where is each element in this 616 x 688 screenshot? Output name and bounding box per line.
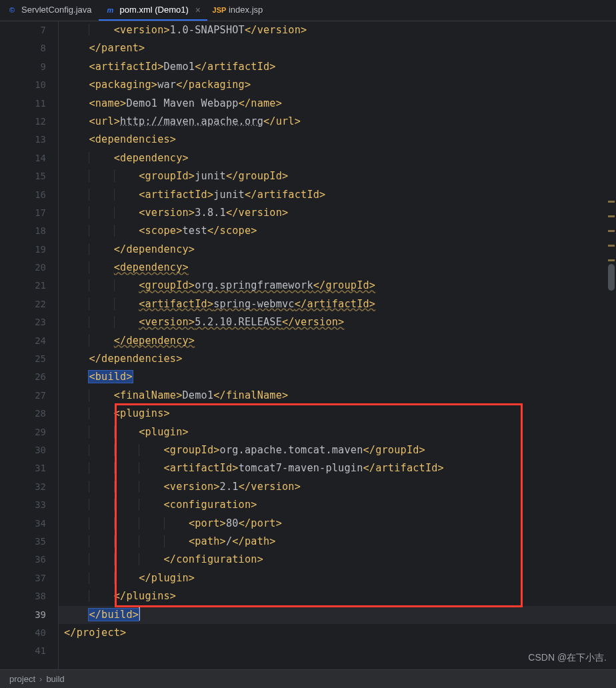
line-number: 7 [0,21,46,39]
line-number: 8 [0,39,46,57]
line-number-gutter: 7891011121314151617181920212223242526272… [0,21,59,669]
code-line[interactable]: <groupId>org.springframework</groupId> [64,277,616,295]
code-line[interactable]: </dependencies> [64,350,616,368]
jsp-icon: JSP [214,5,225,15]
tab-label: pom.xml (Demo1) [120,5,189,15]
scroll-marker[interactable] [608,230,615,232]
line-number: 26 [0,368,46,386]
line-number: 9 [0,58,46,76]
code-line[interactable]: <configuration> [64,496,616,514]
line-number: 33 [0,496,46,514]
code-line[interactable]: </configuration> [64,551,616,569]
code-line[interactable]: <version>2.1</version> [64,478,616,496]
line-number: 13 [0,131,46,149]
line-number: 25 [0,350,46,368]
line-number: 34 [0,515,46,533]
code-line[interactable]: <artifactId>Demo1</artifactId> [64,58,616,76]
editor-tab-bar: ©ServletConfig.javampom.xml (Demo1)×JSPi… [0,0,616,21]
code-line[interactable]: <build> [64,368,616,386]
line-number: 22 [0,295,46,313]
scroll-marker[interactable] [608,201,615,203]
watermark-text: CSDN @在下小吉. [528,652,607,664]
breadcrumb-item[interactable]: build [46,674,64,684]
line-number: 14 [0,149,46,167]
scrollbar-thumb[interactable] [608,264,615,291]
vertical-scrollbar[interactable] [608,24,615,665]
line-number: 29 [0,423,46,441]
line-number: 11 [0,95,46,113]
code-line[interactable]: <finalName>Demo1</finalName> [64,387,616,405]
line-number: 39 [0,606,46,624]
code-line[interactable]: <dependency> [64,149,616,167]
line-number: 16 [0,186,46,204]
line-number: 30 [0,441,46,459]
editor-tab[interactable]: mpom.xml (Demo1)× [99,0,207,21]
line-number: 18 [0,222,46,240]
code-line[interactable]: <url>http://maven.apache.org</url> [64,113,616,131]
code-line[interactable]: </dependency> [64,241,616,259]
line-number: 23 [0,313,46,331]
line-number: 15 [0,167,46,185]
code-line[interactable]: <packaging>war</packaging> [64,76,616,94]
close-icon[interactable]: × [195,5,201,15]
code-line[interactable]: </build> [64,606,616,624]
line-number: 35 [0,533,46,551]
line-number: 10 [0,76,46,94]
code-line[interactable]: <dependency> [64,259,616,277]
line-number: 32 [0,478,46,496]
code-line[interactable]: <version>1.0-SNAPSHOT</version> [64,21,616,39]
code-line[interactable]: <version>5.2.10.RELEASE</version> [64,313,616,331]
text-cursor [139,607,140,621]
line-number: 28 [0,405,46,423]
copyright-icon: © [7,5,17,15]
editor-tab[interactable]: JSPindex.jsp [207,0,269,21]
code-line[interactable]: <scope>test</scope> [64,222,616,240]
code-line[interactable]: <path>/</path> [64,533,616,551]
line-number: 24 [0,332,46,350]
breadcrumb-item[interactable]: project [9,674,35,684]
line-number: 20 [0,259,46,277]
code-line[interactable]: </plugins> [64,587,616,605]
line-number: 38 [0,587,46,605]
code-line[interactable]: <plugin> [64,423,616,441]
breadcrumb-bar: project›build [0,669,616,688]
code-line[interactable]: <artifactId>spring-webmvc</artifactId> [64,295,616,313]
code-line[interactable]: <port>80</port> [64,515,616,533]
tab-label: index.jsp [229,5,263,15]
code-line[interactable]: <groupId>org.apache.tomcat.maven</groupI… [64,441,616,459]
code-line[interactable]: <version>3.8.1</version> [64,204,616,222]
scroll-marker[interactable] [608,215,615,217]
scroll-marker[interactable] [608,259,615,261]
code-line[interactable]: <plugins> [64,405,616,423]
scroll-marker[interactable] [608,245,615,247]
line-number: 21 [0,277,46,295]
line-number: 37 [0,569,46,587]
code-line[interactable]: <name>Demo1 Maven Webapp</name> [64,95,616,113]
chevron-right-icon: › [39,674,42,684]
line-number: 41 [0,642,46,660]
code-line[interactable]: </plugin> [64,569,616,587]
line-number: 36 [0,551,46,569]
line-number: 31 [0,459,46,477]
line-number: 12 [0,113,46,131]
code-line[interactable]: <artifactId>tomcat7-maven-plugin</artifa… [64,459,616,477]
line-number: 17 [0,204,46,222]
line-number: 19 [0,241,46,259]
code-line[interactable]: </parent> [64,39,616,57]
maven-icon: m [105,5,116,15]
code-line[interactable]: </project> [64,624,616,642]
code-area[interactable]: <version>1.0-SNAPSHOT</version> </parent… [59,21,616,669]
code-line[interactable]: <artifactId>junit</artifactId> [64,186,616,204]
line-number: 27 [0,387,46,405]
code-line[interactable]: <dependencies> [64,131,616,149]
line-number: 40 [0,624,46,642]
editor-tab[interactable]: ©ServletConfig.java [0,0,99,21]
code-line[interactable]: </dependency> [64,332,616,350]
code-editor[interactable]: 7891011121314151617181920212223242526272… [0,21,616,669]
tab-label: ServletConfig.java [21,5,92,15]
code-line[interactable]: <groupId>junit</groupId> [64,167,616,185]
